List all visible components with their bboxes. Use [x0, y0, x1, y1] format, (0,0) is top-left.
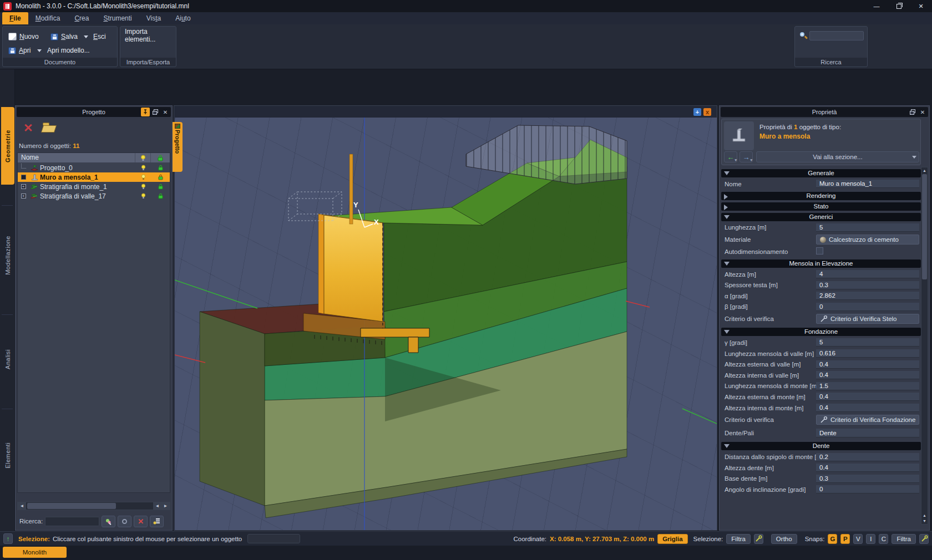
spessore-testa-field[interactable]: 0.3	[816, 281, 919, 289]
alt-esterna-monte-field[interactable]: 0.4	[816, 393, 919, 401]
lock-icon[interactable]	[158, 174, 164, 180]
bulb-icon[interactable]	[141, 174, 146, 180]
snaps-settings-button[interactable]	[919, 534, 929, 544]
salva-dropdown[interactable]	[84, 31, 88, 42]
search-clear-button[interactable]: ✕	[134, 516, 148, 527]
scrollbar-thumb[interactable]	[922, 174, 927, 279]
section-generici[interactable]: Generici	[721, 213, 921, 221]
lunghezza-field[interactable]: 5	[816, 223, 919, 232]
close-view-icon[interactable]: x	[703, 108, 711, 116]
section-rendering[interactable]: Rendering	[721, 192, 921, 200]
snap-vertex-toggle[interactable]: V	[853, 534, 863, 544]
nav-back-button[interactable]: ←▾	[724, 151, 737, 162]
search-filter-button[interactable]	[150, 516, 164, 527]
scene-canvas[interactable]: Y X	[175, 118, 717, 530]
menu-aiuto[interactable]: Aiuto	[168, 12, 197, 24]
menu-crea[interactable]: Crea	[67, 12, 96, 24]
base-dente-field[interactable]: 0.3	[816, 475, 919, 483]
snap-point-toggle[interactable]: P	[840, 534, 850, 544]
criterio-stelo-button[interactable]: Criterio di Verifica Stelo	[816, 314, 919, 324]
tree-row-progetto[interactable]: Progetto_0	[18, 163, 170, 172]
delete-object-button[interactable]: ✕	[23, 123, 33, 134]
snap-intersection-toggle[interactable]: I	[866, 534, 875, 544]
tree-row-stratigrafia-valle[interactable]: + Stratigrafia di valle_17	[18, 191, 170, 201]
scroll-left-icon[interactable]: ◄	[18, 502, 26, 510]
gamma-field[interactable]: 5	[816, 338, 919, 347]
section-dente[interactable]: Dente	[721, 442, 921, 450]
float-window-icon[interactable]	[908, 108, 917, 116]
menu-vista[interactable]: Vista	[139, 12, 168, 24]
section-fondazione[interactable]: Fondazione	[721, 328, 921, 336]
snaps-filtra-button[interactable]: Filtra	[892, 534, 916, 544]
tree-expander[interactable]	[21, 175, 26, 180]
tree-search-input[interactable]	[45, 517, 99, 526]
section-generale[interactable]: Generale	[721, 169, 921, 177]
tab-analisi[interactable]: Analisi	[1, 329, 14, 390]
section-stato[interactable]: Stato	[721, 202, 921, 211]
lock-icon[interactable]	[158, 184, 164, 190]
close-icon[interactable]: ✕	[161, 108, 170, 116]
tree-row-stratigrafia-monte[interactable]: + Stratigrafia di monte_1	[18, 182, 170, 191]
scroll-up-icon[interactable]: ▲	[922, 168, 927, 173]
open-folder-button[interactable]	[42, 123, 57, 133]
beta-field[interactable]: 0	[816, 303, 919, 311]
alt-interna-monte-field[interactable]: 0.4	[816, 404, 919, 412]
dente-pali-dropdown[interactable]: Dente	[816, 429, 919, 437]
altezza-field[interactable]: 4	[816, 270, 919, 278]
tree-expander[interactable]: +	[21, 184, 26, 189]
minimize-button[interactable]: —	[865, 0, 888, 12]
pin-icon[interactable]	[141, 108, 150, 116]
angolo-inclinazione-field[interactable]: 0	[816, 485, 919, 493]
altezza-dente-field[interactable]: 0.4	[816, 464, 919, 472]
scroll-left-icon[interactable]: ◄	[153, 502, 161, 510]
close-button[interactable]: ✕	[910, 0, 932, 12]
esci-button[interactable]: Esci	[93, 31, 106, 42]
lung-mensola-valle-field[interactable]: 0.616	[816, 349, 919, 358]
tab-elementi[interactable]: Elementi	[1, 422, 14, 488]
snap-grid-toggle[interactable]: G	[828, 534, 837, 544]
menu-modifica[interactable]: Modifica	[28, 12, 68, 24]
command-input[interactable]	[247, 534, 300, 543]
progetto-side-tab[interactable]: Progetto	[173, 122, 183, 172]
tree-expander[interactable]: +	[21, 194, 26, 198]
close-icon[interactable]: ✕	[918, 108, 927, 116]
ribbon-search-input[interactable]	[809, 31, 864, 40]
scroll-up-icon[interactable]: ▲	[922, 513, 927, 518]
menu-strumenti[interactable]: Strumenti	[96, 12, 139, 24]
properties-vscrollbar[interactable]: ▲ ▲ ▼	[921, 167, 928, 525]
tree-header[interactable]: Nome	[18, 153, 170, 162]
scroll-right-icon[interactable]: ►	[161, 502, 170, 510]
salva-button[interactable]: Salva	[50, 31, 78, 42]
griglia-toggle[interactable]: Griglia	[657, 534, 687, 544]
prompt-history-button[interactable]: ↑	[3, 533, 13, 544]
apri-button[interactable]: Apri	[8, 45, 31, 56]
search-mode-button[interactable]	[118, 516, 131, 527]
criterio-fondazione-button[interactable]: Criterio di Verifica Fondazione	[816, 415, 919, 425]
maximize-button[interactable]	[888, 0, 910, 12]
tab-geometrie[interactable]: Geometrie	[1, 107, 14, 185]
search-run-button[interactable]	[102, 516, 115, 527]
selezione-filtra-settings-button[interactable]	[754, 534, 763, 544]
autodimensionamento-checkbox[interactable]	[816, 247, 823, 254]
alpha-field[interactable]: 2.862	[816, 292, 919, 300]
bulb-icon[interactable]	[141, 193, 146, 199]
taskbar-monolith-button[interactable]: Monolith	[3, 547, 67, 558]
tab-modellazione[interactable]: Modellazione	[1, 215, 14, 296]
scrollbar-thumb[interactable]	[27, 503, 116, 509]
lock-icon[interactable]	[158, 165, 164, 171]
tree-hscrollbar[interactable]: ◄ ◄ ►	[17, 502, 170, 510]
nuovo-button[interactable]: Nuovo	[8, 31, 39, 42]
tree-row-muro-a-mensola[interactable]: Muro a mensola_1	[18, 172, 170, 182]
float-window-icon[interactable]	[151, 108, 160, 116]
nome-field[interactable]: Muro a mensola_1	[816, 180, 919, 188]
section-mensola[interactable]: Mensola in Elevazione	[721, 259, 921, 268]
materiale-button[interactable]: Calcestruzzo di cemento	[816, 235, 919, 245]
add-view-icon[interactable]: +	[693, 108, 701, 116]
lung-mensola-monte-field[interactable]: 1.5	[816, 382, 919, 390]
goto-section-select[interactable]: Vai alla sezione...	[756, 151, 919, 162]
selezione-filtra-button[interactable]: Filtra	[726, 534, 751, 544]
scroll-down-icon[interactable]: ▼	[922, 518, 927, 523]
menu-file[interactable]: File	[2, 12, 28, 24]
apri-modello-button[interactable]: Apri modello...	[47, 45, 90, 56]
apri-dropdown[interactable]	[37, 45, 42, 56]
